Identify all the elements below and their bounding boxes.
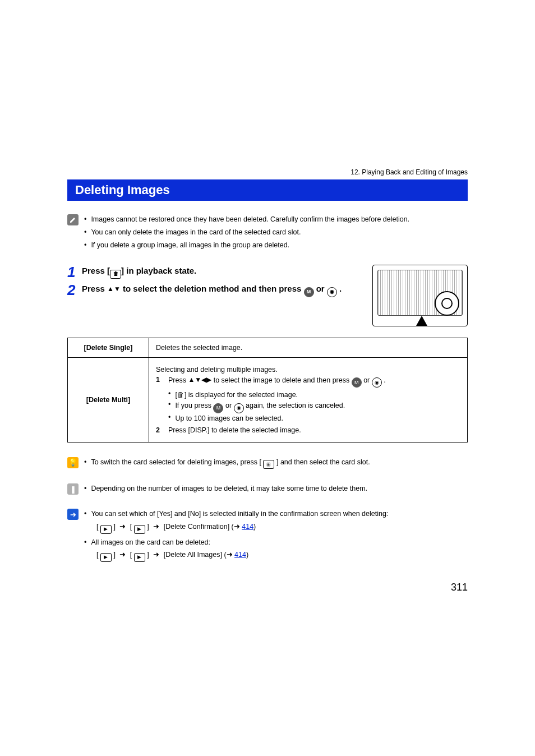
multi-substep-2: 2 Press [DISP.] to delete the selected i… [156, 426, 460, 434]
arrow-icon: ➜ [119, 523, 126, 531]
playback-icon: ▶ [100, 525, 112, 534]
arrow-icon: ➜ [227, 551, 233, 559]
related-block: ➔ You can set which of [Yes] and [No] is… [67, 509, 468, 565]
menu-set-icon: M [352, 377, 362, 388]
option-label: [Delete Multi] [68, 358, 149, 442]
menu-path: [ ▶ ] ➜ [ ▶ ] ➜ [Delete All Images] (➜ 4… [96, 550, 468, 562]
steps-list: 1 Press [🗑] in playback state. 2 Press ▲… [67, 265, 359, 301]
related-item: You can set which of [Yes] and [No] is s… [84, 509, 468, 519]
trash-icon: 🗑 [110, 270, 121, 279]
caution-block: ❚ Depending on the number of images to b… [67, 483, 468, 496]
option-label: [Delete Single] [68, 338, 149, 358]
arrow-icon: ➜ [153, 523, 159, 531]
steps-row: 1 Press [🗑] in playback state. 2 Press ▲… [67, 265, 468, 326]
card-slot-icon: ⊞ [263, 460, 274, 469]
link-arrow-icon: ➔ [67, 509, 79, 520]
tip-text: To switch the card selected for deleting… [84, 457, 468, 472]
caution-text: Depending on the number of images to be … [84, 483, 468, 496]
multi-intro: Selecting and deleting multiple images. [156, 366, 460, 374]
intro-note-item: Images cannot be restored once they have… [84, 214, 468, 225]
page-title: Deleting Images [67, 179, 468, 201]
playback-icon: ▶ [100, 553, 112, 562]
caution-icon: ❚ [67, 483, 79, 495]
manual-page: 12. Playing Back and Editing of Images D… [0, 0, 535, 756]
related-list: You can set which of [Yes] and [No] is s… [84, 509, 468, 565]
dial-icon: ◉ [372, 377, 382, 388]
multi-substep-1: 1 Press ▲▼◀▶ to select the image to dele… [156, 376, 460, 388]
substep-number: 1 [156, 376, 168, 388]
step-text: Press [🗑] in playback state. [82, 265, 196, 279]
menu-path: [ ▶ ] ➜ [ ▶ ] ➜ [Delete Confirmation] (➜… [96, 522, 468, 534]
arrow-icon: ➜ [153, 551, 159, 559]
page-link[interactable]: 414 [234, 551, 246, 559]
multi-bullet: Up to 100 images can be selected. [168, 413, 460, 424]
step-1: 1 Press [🗑] in playback state. [67, 265, 359, 279]
breadcrumb: 12. Playing Back and Editing of Images [67, 168, 468, 176]
playback-setup-icon: ▶ [134, 553, 145, 562]
arrow-icon: ➜ [234, 523, 240, 531]
step-number: 1 [67, 265, 82, 279]
playback-setup-icon: ▶ [134, 525, 145, 534]
option-desc: Deletes the selected image. [149, 338, 468, 358]
dial-icon: ◉ [327, 287, 337, 297]
intro-note-list: Images cannot be restored once they have… [84, 214, 468, 252]
dpad-icon: ▲▼◀▶ [188, 376, 211, 384]
page-link[interactable]: 414 [242, 523, 253, 531]
intro-note-item: You can only delete the images in the ca… [84, 227, 468, 238]
intro-note-block: Images cannot be restored once they have… [67, 214, 468, 252]
table-row: [Delete Multi] Selecting and deleting mu… [68, 358, 468, 442]
lightbulb-icon: 💡 [67, 457, 79, 468]
trash-icon: 🗑 [177, 391, 185, 399]
option-desc: Selecting and deleting multiple images. … [149, 358, 468, 442]
multi-bullet: [🗑] is displayed for the selected image. [168, 390, 460, 400]
multi-bullet: If you press M or ◉ again, the selection… [168, 400, 460, 413]
dial-icon: ◉ [234, 403, 244, 413]
edit-icon [67, 214, 79, 225]
camera-illustration [372, 265, 468, 326]
page-number: 311 [451, 582, 468, 593]
step-number: 2 [67, 283, 82, 297]
intro-note-item: If you delete a group image, all images … [84, 240, 468, 251]
step-text: Press ▲▼ to select the deletion method a… [82, 283, 342, 297]
arrow-icon: ➜ [119, 551, 126, 559]
menu-set-icon: M [304, 287, 314, 297]
options-table: [Delete Single] Deletes the selected ima… [67, 338, 468, 442]
tip-block: 💡 To switch the card selected for deleti… [67, 457, 468, 472]
menu-set-icon: M [213, 403, 223, 413]
related-item: All images on the card can be deleted: [84, 537, 468, 548]
substep-number: 2 [156, 426, 168, 434]
step-2: 2 Press ▲▼ to select the deletion method… [67, 283, 359, 297]
table-row: [Delete Single] Deletes the selected ima… [68, 338, 468, 358]
up-down-icon: ▲▼ [107, 285, 121, 293]
